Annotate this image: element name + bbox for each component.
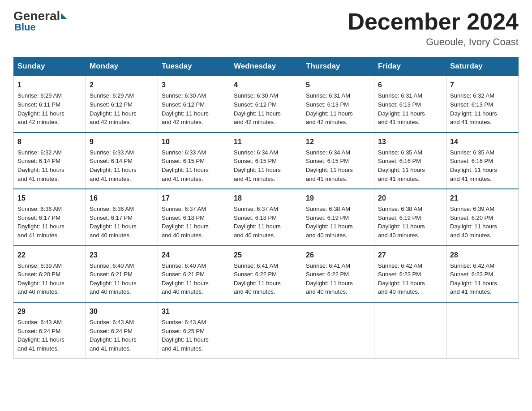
day-info: Sunrise: 6:38 AMSunset: 6:19 PMDaylight:… bbox=[378, 206, 425, 239]
day-number: 18 bbox=[234, 193, 298, 203]
calendar-day-cell: 9 Sunrise: 6:33 AMSunset: 6:14 PMDayligh… bbox=[86, 133, 158, 189]
day-info: Sunrise: 6:31 AMSunset: 6:13 PMDaylight:… bbox=[378, 92, 425, 125]
day-info: Sunrise: 6:34 AMSunset: 6:15 PMDaylight:… bbox=[306, 149, 353, 182]
day-number: 22 bbox=[17, 250, 82, 260]
calendar-day-cell: 30 Sunrise: 6:43 AMSunset: 6:24 PMDaylig… bbox=[86, 302, 158, 359]
day-number: 26 bbox=[306, 250, 370, 260]
calendar-day-cell: 14 Sunrise: 6:35 AMSunset: 6:16 PMDaylig… bbox=[446, 133, 519, 189]
calendar-week-row: 22 Sunrise: 6:39 AMSunset: 6:20 PMDaylig… bbox=[14, 246, 519, 302]
calendar-day-cell: 12 Sunrise: 6:34 AMSunset: 6:15 PMDaylig… bbox=[302, 133, 374, 189]
calendar-day-cell: 29 Sunrise: 6:43 AMSunset: 6:24 PMDaylig… bbox=[14, 302, 86, 359]
calendar-table: SundayMondayTuesdayWednesdayThursdayFrid… bbox=[13, 57, 519, 359]
day-info: Sunrise: 6:39 AMSunset: 6:20 PMDaylight:… bbox=[17, 262, 64, 295]
day-info: Sunrise: 6:35 AMSunset: 6:16 PMDaylight:… bbox=[378, 149, 425, 182]
day-number: 20 bbox=[378, 193, 442, 203]
calendar-week-row: 8 Sunrise: 6:32 AMSunset: 6:14 PMDayligh… bbox=[14, 133, 519, 189]
month-title: December 2024 bbox=[348, 9, 519, 34]
day-number: 6 bbox=[378, 80, 442, 90]
calendar-day-cell: 15 Sunrise: 6:36 AMSunset: 6:17 PMDaylig… bbox=[14, 189, 86, 245]
day-info: Sunrise: 6:36 AMSunset: 6:17 PMDaylight:… bbox=[90, 206, 137, 239]
weekday-header-friday: Friday bbox=[374, 57, 446, 76]
day-number: 19 bbox=[306, 193, 370, 203]
calendar-day-cell: 3 Sunrise: 6:30 AMSunset: 6:12 PMDayligh… bbox=[158, 76, 230, 132]
day-info: Sunrise: 6:33 AMSunset: 6:15 PMDaylight:… bbox=[162, 149, 209, 182]
day-info: Sunrise: 6:32 AMSunset: 6:13 PMDaylight:… bbox=[450, 92, 497, 125]
day-number: 10 bbox=[162, 137, 226, 147]
day-number: 11 bbox=[234, 137, 298, 147]
day-number: 4 bbox=[234, 80, 298, 90]
weekday-header-wednesday: Wednesday bbox=[230, 57, 302, 76]
day-info: Sunrise: 6:33 AMSunset: 6:14 PMDaylight:… bbox=[90, 149, 137, 182]
calendar-day-cell bbox=[302, 302, 374, 359]
day-number: 13 bbox=[378, 137, 442, 147]
calendar-week-row: 29 Sunrise: 6:43 AMSunset: 6:24 PMDaylig… bbox=[14, 302, 519, 359]
day-number: 7 bbox=[450, 80, 515, 90]
title-block: December 2024 Gueoule, Ivory Coast bbox=[348, 9, 519, 48]
day-info: Sunrise: 6:30 AMSunset: 6:12 PMDaylight:… bbox=[162, 92, 209, 125]
day-info: Sunrise: 6:31 AMSunset: 6:13 PMDaylight:… bbox=[306, 92, 353, 125]
day-number: 24 bbox=[162, 250, 226, 260]
day-number: 12 bbox=[306, 137, 370, 147]
day-number: 30 bbox=[90, 306, 154, 317]
calendar-week-row: 15 Sunrise: 6:36 AMSunset: 6:17 PMDaylig… bbox=[14, 189, 519, 245]
weekday-header-sunday: Sunday bbox=[14, 57, 86, 76]
day-info: Sunrise: 6:40 AMSunset: 6:21 PMDaylight:… bbox=[90, 262, 137, 295]
day-number: 3 bbox=[162, 80, 226, 90]
day-info: Sunrise: 6:32 AMSunset: 6:14 PMDaylight:… bbox=[17, 149, 64, 182]
calendar-day-cell: 7 Sunrise: 6:32 AMSunset: 6:13 PMDayligh… bbox=[446, 76, 519, 132]
day-info: Sunrise: 6:43 AMSunset: 6:24 PMDaylight:… bbox=[17, 319, 64, 352]
calendar-day-cell: 23 Sunrise: 6:40 AMSunset: 6:21 PMDaylig… bbox=[86, 246, 158, 302]
day-info: Sunrise: 6:41 AMSunset: 6:22 PMDaylight:… bbox=[306, 262, 353, 295]
day-number: 21 bbox=[450, 193, 515, 203]
day-number: 31 bbox=[162, 306, 226, 317]
calendar-day-cell: 18 Sunrise: 6:37 AMSunset: 6:18 PMDaylig… bbox=[230, 189, 302, 245]
day-number: 8 bbox=[17, 137, 82, 147]
day-number: 15 bbox=[17, 193, 82, 203]
weekday-header-thursday: Thursday bbox=[302, 57, 374, 76]
logo: General Blue bbox=[13, 9, 68, 33]
day-number: 17 bbox=[162, 193, 226, 203]
calendar-day-cell: 11 Sunrise: 6:34 AMSunset: 6:15 PMDaylig… bbox=[230, 133, 302, 189]
calendar-day-cell: 27 Sunrise: 6:42 AMSunset: 6:23 PMDaylig… bbox=[374, 246, 446, 302]
calendar-day-cell: 13 Sunrise: 6:35 AMSunset: 6:16 PMDaylig… bbox=[374, 133, 446, 189]
day-info: Sunrise: 6:40 AMSunset: 6:21 PMDaylight:… bbox=[162, 262, 209, 295]
day-number: 5 bbox=[306, 80, 370, 90]
calendar-day-cell: 25 Sunrise: 6:41 AMSunset: 6:22 PMDaylig… bbox=[230, 246, 302, 302]
calendar-day-cell: 10 Sunrise: 6:33 AMSunset: 6:15 PMDaylig… bbox=[158, 133, 230, 189]
day-number: 16 bbox=[90, 193, 154, 203]
day-info: Sunrise: 6:37 AMSunset: 6:18 PMDaylight:… bbox=[162, 206, 209, 239]
calendar-day-cell bbox=[230, 302, 302, 359]
day-info: Sunrise: 6:37 AMSunset: 6:18 PMDaylight:… bbox=[234, 206, 281, 239]
day-number: 14 bbox=[450, 137, 515, 147]
calendar-day-cell bbox=[446, 302, 519, 359]
calendar-day-cell: 21 Sunrise: 6:39 AMSunset: 6:20 PMDaylig… bbox=[446, 189, 519, 245]
day-info: Sunrise: 6:42 AMSunset: 6:23 PMDaylight:… bbox=[450, 262, 497, 295]
calendar-day-cell: 5 Sunrise: 6:31 AMSunset: 6:13 PMDayligh… bbox=[302, 76, 374, 132]
day-number: 27 bbox=[378, 250, 442, 260]
calendar-day-cell: 24 Sunrise: 6:40 AMSunset: 6:21 PMDaylig… bbox=[158, 246, 230, 302]
day-info: Sunrise: 6:30 AMSunset: 6:12 PMDaylight:… bbox=[234, 92, 281, 125]
logo-blue-text: Blue bbox=[14, 21, 36, 33]
calendar-day-cell: 1 Sunrise: 6:29 AMSunset: 6:11 PMDayligh… bbox=[14, 76, 86, 132]
calendar-day-cell: 16 Sunrise: 6:36 AMSunset: 6:17 PMDaylig… bbox=[86, 189, 158, 245]
day-info: Sunrise: 6:36 AMSunset: 6:17 PMDaylight:… bbox=[17, 206, 64, 239]
weekday-header-row: SundayMondayTuesdayWednesdayThursdayFrid… bbox=[14, 57, 519, 76]
day-info: Sunrise: 6:35 AMSunset: 6:16 PMDaylight:… bbox=[450, 149, 497, 182]
day-info: Sunrise: 6:43 AMSunset: 6:24 PMDaylight:… bbox=[90, 319, 137, 352]
day-info: Sunrise: 6:39 AMSunset: 6:20 PMDaylight:… bbox=[450, 206, 497, 239]
location-text: Gueoule, Ivory Coast bbox=[348, 36, 519, 48]
day-info: Sunrise: 6:29 AMSunset: 6:12 PMDaylight:… bbox=[90, 92, 137, 125]
calendar-day-cell: 22 Sunrise: 6:39 AMSunset: 6:20 PMDaylig… bbox=[14, 246, 86, 302]
day-info: Sunrise: 6:34 AMSunset: 6:15 PMDaylight:… bbox=[234, 149, 281, 182]
calendar-day-cell: 31 Sunrise: 6:43 AMSunset: 6:25 PMDaylig… bbox=[158, 302, 230, 359]
calendar-day-cell: 17 Sunrise: 6:37 AMSunset: 6:18 PMDaylig… bbox=[158, 189, 230, 245]
weekday-header-tuesday: Tuesday bbox=[158, 57, 230, 76]
day-number: 28 bbox=[450, 250, 515, 260]
calendar-week-row: 1 Sunrise: 6:29 AMSunset: 6:11 PMDayligh… bbox=[14, 76, 519, 132]
day-number: 2 bbox=[90, 80, 154, 90]
calendar-day-cell: 6 Sunrise: 6:31 AMSunset: 6:13 PMDayligh… bbox=[374, 76, 446, 132]
day-info: Sunrise: 6:38 AMSunset: 6:19 PMDaylight:… bbox=[306, 206, 353, 239]
day-number: 25 bbox=[234, 250, 298, 260]
calendar-day-cell: 20 Sunrise: 6:38 AMSunset: 6:19 PMDaylig… bbox=[374, 189, 446, 245]
page-header: General Blue December 2024 Gueoule, Ivor… bbox=[13, 9, 519, 48]
